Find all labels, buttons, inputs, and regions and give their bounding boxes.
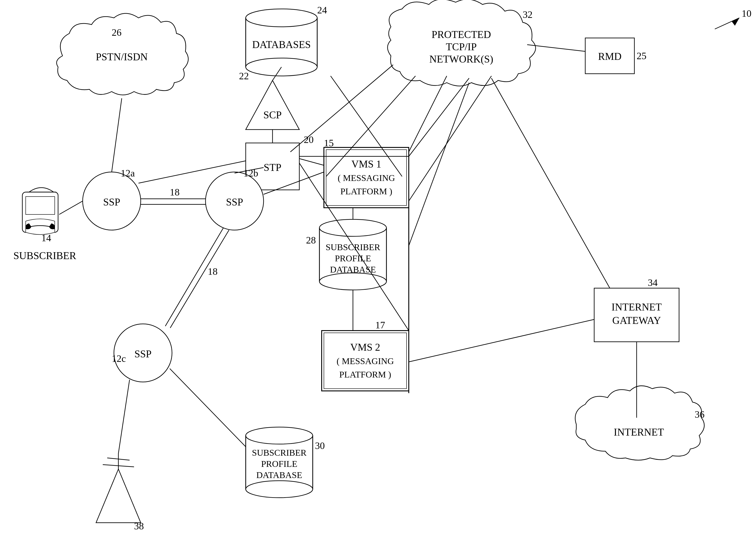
scp-label: SCP: [263, 109, 282, 121]
ref-30: 30: [315, 440, 325, 451]
stp-label: STP: [264, 162, 281, 173]
ref-12a: 12a: [121, 168, 135, 179]
svg-point-3: [246, 9, 317, 27]
ssp-b-label: SSP: [226, 196, 243, 208]
ref-36: 36: [695, 409, 705, 420]
svg-line-54: [409, 83, 469, 246]
sub-db1-label1: SUBSCRIBER: [326, 242, 381, 252]
ref-26: 26: [112, 27, 122, 38]
ref-15: 15: [324, 138, 334, 148]
ref-34: 34: [648, 277, 658, 288]
databases-label: DATABASES: [252, 39, 311, 50]
vms2-label3: PLATFORM ): [339, 369, 391, 380]
internet-gw-label1: INTERNET: [612, 301, 662, 313]
svg-line-61: [409, 78, 469, 156]
svg-line-57: [118, 380, 129, 454]
ref-18a: 18: [170, 187, 180, 198]
ref-22: 22: [239, 71, 249, 82]
svg-line-50: [491, 78, 610, 288]
internet-label: INTERNET: [614, 426, 664, 438]
svg-line-58: [170, 368, 246, 447]
ref-12b: 12b: [243, 168, 258, 179]
vms1-label3: PLATFORM ): [341, 186, 392, 196]
svg-line-39: [165, 228, 223, 326]
pstn-label: PSTN/ISDN: [96, 51, 148, 63]
protected-net-label3: NETWORK(S): [429, 53, 493, 65]
svg-line-56: [409, 319, 594, 362]
svg-line-62: [409, 76, 491, 201]
rmd-label: RMD: [598, 51, 622, 62]
svg-point-26: [246, 427, 313, 444]
protected-net-label1: PROTECTED: [431, 29, 491, 40]
vms2-label2: ( MESSAGING: [337, 356, 394, 366]
protected-net-label2: TCP/IP: [446, 41, 477, 53]
ref-10: 10: [741, 8, 751, 19]
svg-line-48: [409, 76, 447, 152]
svg-marker-1: [732, 18, 739, 26]
svg-point-19: [320, 219, 386, 236]
svg-line-46: [290, 65, 393, 152]
svg-marker-7: [246, 80, 299, 129]
ref-32: 32: [523, 9, 532, 20]
ref-38: 38: [134, 521, 144, 532]
sub-db2-label3: DATABASE: [256, 470, 302, 480]
ref-25: 25: [637, 51, 647, 61]
ref-28: 28: [306, 235, 316, 246]
vms1-label1: VMS 1: [351, 158, 381, 170]
ssp-a-label: SSP: [103, 196, 120, 208]
ref-24: 24: [317, 5, 327, 16]
ref-17: 17: [375, 320, 385, 331]
ref-12c: 12c: [112, 353, 126, 364]
subscriber-label: SUBSCRIBER: [14, 250, 76, 261]
svg-line-35: [112, 98, 122, 172]
svg-rect-15: [26, 197, 55, 215]
sub-db2-label1: SUBSCRIBER: [252, 448, 307, 458]
internet-gw-label2: GATEWAY: [612, 315, 661, 326]
svg-line-36: [59, 201, 83, 215]
vms2-label1: VMS 2: [350, 342, 380, 353]
diagram-container: text { font-family: 'Times New Roman', T…: [0, 0, 753, 560]
ssp-c-label: SSP: [135, 348, 152, 360]
svg-marker-31: [96, 469, 141, 523]
vms1-label2: ( MESSAGING: [338, 173, 395, 183]
ref-14: 14: [41, 233, 51, 243]
sub-db2-label2: PROFILE: [261, 459, 297, 469]
svg-point-27: [246, 481, 313, 498]
ref-18b: 18: [208, 266, 218, 277]
sub-db1-label2: PROFILE: [335, 253, 371, 263]
svg-line-45: [299, 159, 324, 165]
svg-line-40: [170, 230, 229, 328]
